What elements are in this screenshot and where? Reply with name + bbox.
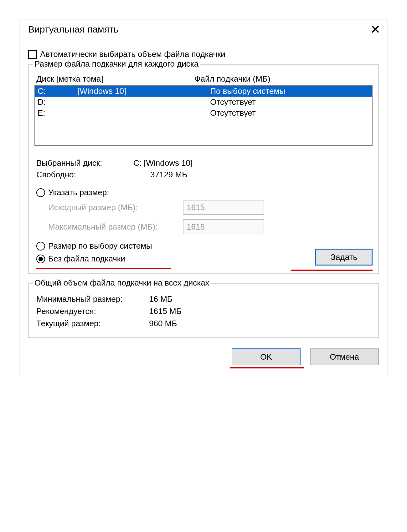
free-space-label: Свободно: (36, 170, 133, 180)
min-size-value: 16 МБ (149, 294, 173, 304)
drive-list-header-pagefile: Файл подкачки (МБ) (194, 74, 373, 84)
max-size-input[interactable] (183, 219, 264, 234)
current-size-label: Текущий размер: (36, 319, 149, 328)
virtual-memory-dialog: Виртуальная память ✕ Автоматически выбир… (19, 19, 388, 375)
drive-group: Размер файла подкачки для каждого диска … (28, 64, 379, 274)
initial-size-label: Исходный размер (МБ): (48, 203, 177, 212)
recommended-value: 1615 МБ (149, 307, 182, 316)
max-size-label: Максимальный размер (МБ): (48, 222, 177, 232)
total-group: Общий объем файла подкачки на всех диска… (28, 283, 379, 338)
drive-row-c[interactable]: C: [Windows 10] По выбору системы (35, 86, 372, 97)
drive-status: Отсутствует (210, 108, 369, 118)
window-title: Виртуальная память (28, 24, 118, 35)
drive-list-header-drive: Диск [метка тома] (36, 74, 194, 84)
drive-label (77, 97, 210, 107)
total-group-legend: Общий объем файла подкачки на всех диска… (33, 278, 211, 288)
custom-size-label: Указать размер: (48, 188, 109, 197)
drive-letter: C: (38, 86, 77, 96)
drive-letter: E: (38, 108, 77, 118)
drive-letter: D: (38, 97, 77, 107)
drive-label (77, 108, 210, 118)
highlight-underline (230, 367, 304, 368)
drive-list-header: Диск [метка тома] Файл подкачки (МБ) (36, 74, 373, 84)
set-button[interactable]: Задать (315, 249, 373, 266)
drive-row-d[interactable]: D: Отсутствует (35, 97, 372, 108)
initial-size-input[interactable] (183, 200, 264, 215)
custom-size-radio[interactable] (36, 188, 45, 197)
drive-row-e[interactable]: E: Отсутствует (35, 108, 372, 119)
recommended-label: Рекомендуется: (36, 307, 149, 316)
drive-listbox[interactable]: C: [Windows 10] По выбору системы D: Отс… (34, 85, 373, 146)
min-size-label: Минимальный размер: (36, 294, 149, 304)
current-size-value: 960 МБ (149, 319, 177, 328)
ok-button[interactable]: OK (232, 348, 301, 365)
drive-label: [Windows 10] (77, 86, 210, 96)
drive-status: По выбору системы (210, 86, 369, 96)
drive-group-legend: Размер файла подкачки для каждого диска (33, 59, 200, 69)
drive-status: Отсутствует (210, 97, 369, 107)
cancel-button[interactable]: Отмена (310, 348, 379, 365)
highlight-underline (291, 270, 373, 271)
close-icon[interactable]: ✕ (370, 23, 381, 36)
highlight-underline (36, 268, 171, 269)
selected-drive-value: C: [Windows 10] (133, 158, 193, 168)
free-space-value: 37129 МБ (150, 170, 187, 180)
titlebar: Виртуальная память ✕ (19, 19, 388, 39)
auto-manage-label: Автоматически выбирать объем файла подка… (40, 49, 225, 59)
auto-manage-checkbox[interactable] (28, 50, 37, 59)
selected-drive-label: Выбранный диск: (36, 158, 133, 168)
